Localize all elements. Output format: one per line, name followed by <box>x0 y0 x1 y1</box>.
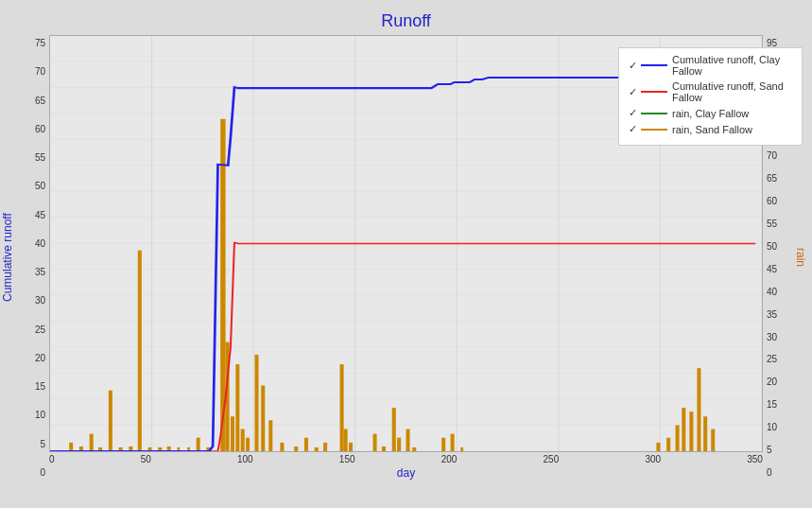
svg-rect-26 <box>231 416 234 451</box>
y-axis-left: 75 70 65 60 55 50 45 40 35 30 25 20 15 1… <box>19 35 49 480</box>
svg-rect-38 <box>340 364 344 451</box>
svg-rect-35 <box>304 438 308 451</box>
svg-rect-27 <box>235 364 239 451</box>
svg-rect-34 <box>294 447 298 451</box>
legend-check-rain-sand: ✓ <box>629 123 637 135</box>
svg-rect-57 <box>711 429 715 451</box>
y-axis-left-label: Cumulative runoff <box>0 35 19 480</box>
legend-text-clay: Cumulative runoff, Clay Fallow <box>672 54 792 77</box>
svg-rect-46 <box>412 447 416 451</box>
svg-rect-32 <box>268 420 272 451</box>
svg-rect-29 <box>246 438 250 451</box>
legend-text-rain-clay: rain, Clay Fallow <box>672 108 749 119</box>
legend-line-sand <box>641 91 667 93</box>
legend-line-rain-sand <box>641 129 667 131</box>
svg-rect-52 <box>676 425 680 451</box>
x-axis-labels: 0 50 100 150 200 250 300 350 <box>49 452 763 464</box>
legend-line-rain-clay <box>641 113 667 114</box>
svg-rect-42 <box>382 447 386 451</box>
chart-container: Runoff Cumulative runoff 75 70 65 60 55 … <box>0 0 812 508</box>
svg-rect-54 <box>689 412 693 451</box>
svg-rect-44 <box>397 438 401 451</box>
legend-item-sand: ✓ Cumulative runoff, Sand Fallow <box>629 80 792 103</box>
legend-check-sand: ✓ <box>629 86 637 98</box>
svg-rect-55 <box>697 368 700 451</box>
svg-rect-11 <box>90 434 94 451</box>
svg-rect-43 <box>392 408 396 451</box>
svg-rect-51 <box>666 438 670 451</box>
legend-check-rain-clay: ✓ <box>629 107 637 119</box>
svg-rect-41 <box>373 434 377 451</box>
svg-rect-9 <box>69 443 73 451</box>
svg-rect-31 <box>261 386 265 451</box>
svg-rect-47 <box>441 438 445 451</box>
legend-check-clay: ✓ <box>629 60 637 72</box>
legend-item-rain-sand: ✓ rain, Sand Fallow <box>629 123 792 135</box>
svg-rect-33 <box>280 443 284 451</box>
legend-text-sand: Cumulative runoff, Sand Fallow <box>672 80 792 103</box>
legend: ✓ Cumulative runoff, Clay Fallow ✓ Cumul… <box>618 47 803 146</box>
svg-rect-53 <box>682 408 685 451</box>
svg-rect-50 <box>656 443 660 451</box>
legend-item-clay: ✓ Cumulative runoff, Clay Fallow <box>629 54 792 77</box>
svg-rect-40 <box>349 443 353 451</box>
svg-rect-45 <box>406 429 410 451</box>
svg-rect-48 <box>451 434 455 451</box>
svg-rect-28 <box>241 429 245 451</box>
legend-line-clay <box>641 64 667 66</box>
chart-title: Runoff <box>381 11 431 31</box>
legend-item-rain-clay: ✓ rain, Clay Fallow <box>629 107 792 119</box>
svg-rect-16 <box>138 251 142 451</box>
svg-rect-13 <box>109 391 112 451</box>
svg-rect-49 <box>460 447 463 451</box>
svg-rect-56 <box>703 416 707 451</box>
svg-rect-37 <box>323 443 327 451</box>
svg-rect-39 <box>344 429 348 451</box>
legend-text-rain-sand: rain, Sand Fallow <box>672 124 752 135</box>
svg-rect-22 <box>197 438 200 451</box>
svg-rect-30 <box>254 355 258 451</box>
svg-rect-36 <box>315 447 319 451</box>
x-axis-title: day <box>49 466 763 480</box>
